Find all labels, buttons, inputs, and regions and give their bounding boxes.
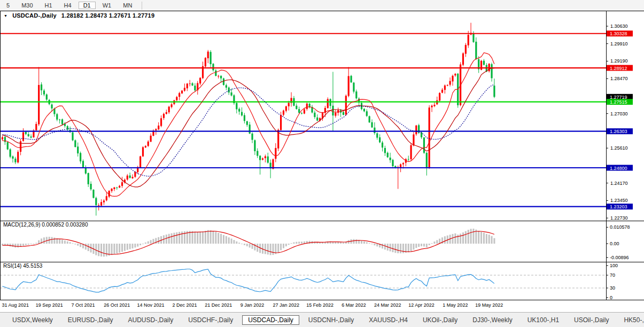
macd-histogram-bar bbox=[124, 244, 126, 251]
symbol-tab-audusd-daily[interactable]: AUDUSD-,Daily bbox=[122, 315, 179, 325]
macd-histogram-bar bbox=[218, 233, 219, 244]
candle-body bbox=[452, 76, 453, 82]
candle-body bbox=[43, 90, 45, 94]
candle-body bbox=[158, 126, 159, 129]
macd-histogram-bar bbox=[28, 244, 29, 245]
candle-body bbox=[189, 83, 191, 84]
macd-histogram-bar bbox=[106, 244, 107, 256]
candle-body bbox=[314, 113, 315, 117]
macd-axis-label: -0.00896 bbox=[610, 255, 629, 260]
candle-body bbox=[88, 173, 89, 184]
macd-histogram-bar bbox=[340, 242, 342, 244]
macd-histogram-bar bbox=[410, 244, 412, 251]
rsi-indicator-label: RSI(14) 45.5153 bbox=[3, 263, 42, 269]
price-tick-label: 1.22730 bbox=[610, 215, 628, 221]
symbol-tab-usdcnh-daily[interactable]: USDCNH-,Daily bbox=[302, 315, 360, 325]
macd-histogram-bar bbox=[288, 244, 290, 245]
candle-body bbox=[251, 134, 253, 140]
candle-body bbox=[46, 95, 48, 100]
candle-body bbox=[20, 141, 21, 152]
symbol-tab-uk100-h1[interactable]: UK100-,H1 bbox=[522, 315, 565, 325]
candle-body bbox=[387, 153, 389, 157]
timeframe-button-W1[interactable]: W1 bbox=[98, 2, 117, 9]
candle-body bbox=[215, 71, 216, 76]
candle-body bbox=[166, 112, 167, 114]
macd-histogram-bar bbox=[376, 244, 378, 246]
candle-body bbox=[275, 148, 276, 159]
macd-histogram-bar bbox=[181, 231, 183, 244]
date-tick-label: 31 Aug 2021 bbox=[2, 302, 29, 308]
candle-body bbox=[145, 146, 146, 147]
trading-platform-window: { "icons": { "dropdown": "▼", "scroll_le… bbox=[0, 0, 644, 327]
symbol-tab-hk50-h1[interactable]: HK50-,H1 bbox=[618, 315, 644, 325]
symbol-tab-ukoil-daily[interactable]: UKOil-,Daily bbox=[417, 315, 463, 325]
macd-histogram-bar bbox=[145, 243, 146, 244]
timeframe-button-5[interactable]: 5 bbox=[2, 2, 14, 9]
timeframe-button-M30[interactable]: M30 bbox=[17, 2, 37, 9]
symbol-tab-usoil-daily[interactable]: USOil-,Daily bbox=[568, 315, 615, 325]
macd-histogram-bar bbox=[267, 244, 269, 254]
candle-body bbox=[199, 78, 201, 84]
macd-histogram-bar bbox=[353, 239, 354, 244]
candle-body bbox=[236, 103, 237, 110]
timeframe-button-H1[interactable]: H1 bbox=[40, 2, 57, 9]
candle-body bbox=[191, 83, 193, 85]
candle-body bbox=[10, 149, 11, 157]
chart-canvas[interactable]: 1.306301.299101.291901.284701.270301.256… bbox=[0, 0, 644, 312]
candle-body bbox=[283, 111, 284, 115]
macd-histogram-bar bbox=[413, 244, 414, 250]
candle-body bbox=[345, 96, 347, 114]
macd-histogram-bar bbox=[433, 242, 435, 244]
svg-text:1.26303: 1.26303 bbox=[610, 129, 627, 134]
symbol-tab-eurusd-daily[interactable]: EURUSD-,Daily bbox=[62, 315, 119, 325]
candle-body bbox=[142, 147, 144, 156]
macd-histogram-bar bbox=[35, 243, 37, 244]
macd-histogram-bar bbox=[343, 243, 344, 244]
macd-histogram-bar bbox=[116, 244, 118, 253]
symbol-tab-xauusd-h4[interactable]: XAUUSD-,H4 bbox=[363, 315, 414, 325]
candle-body bbox=[103, 200, 105, 202]
macd-histogram-bar bbox=[30, 244, 32, 244]
candle-body bbox=[207, 52, 209, 58]
candle-body bbox=[90, 184, 91, 189]
symbol-tab-usdcad-daily[interactable]: USDCAD-,Daily bbox=[242, 315, 299, 325]
candle-body bbox=[14, 159, 16, 162]
macd-axis-label: 0.00 bbox=[610, 241, 619, 246]
macd-histogram-bar bbox=[12, 244, 13, 247]
timeframe-button-H4[interactable]: H4 bbox=[59, 2, 76, 9]
macd-histogram-bar bbox=[223, 235, 224, 244]
svg-text:1.30328: 1.30328 bbox=[610, 31, 627, 36]
macd-histogram-bar bbox=[43, 237, 45, 244]
candle-body bbox=[160, 118, 162, 126]
macd-histogram-bar bbox=[33, 244, 34, 244]
candle-body bbox=[390, 158, 391, 160]
macd-histogram-bar bbox=[171, 233, 173, 244]
macd-histogram-bar bbox=[226, 236, 227, 244]
svg-text:1.28912: 1.28912 bbox=[610, 66, 627, 71]
macd-histogram-bar bbox=[415, 244, 417, 248]
candle-body bbox=[170, 104, 172, 107]
macd-histogram-bar bbox=[426, 244, 428, 247]
candle-body bbox=[223, 79, 224, 85]
macd-histogram-bar bbox=[465, 231, 467, 244]
candle-body bbox=[80, 153, 81, 161]
macd-histogram-bar bbox=[17, 244, 19, 247]
macd-histogram-bar bbox=[394, 244, 396, 253]
symbol-tab-usdchf-daily[interactable]: USDCHF-,Daily bbox=[182, 315, 239, 325]
symbol-dropdown-icon[interactable]: ▼ bbox=[4, 14, 7, 18]
symbol-tab-usdx-weekly[interactable]: USDX,Weekly bbox=[6, 315, 59, 325]
timeframe-button-MN[interactable]: MN bbox=[118, 2, 137, 9]
candle-body bbox=[74, 141, 76, 147]
candle-body bbox=[249, 124, 251, 134]
macd-histogram-bar bbox=[454, 233, 456, 244]
macd-histogram-bar bbox=[392, 244, 394, 252]
timeframe-button-D1[interactable]: D1 bbox=[79, 2, 96, 9]
candle-body bbox=[285, 106, 287, 111]
macd-histogram-bar bbox=[88, 244, 89, 251]
symbol-tab-dj30-weekly[interactable]: DJ30-,Weekly bbox=[467, 315, 518, 325]
candle-body bbox=[355, 91, 357, 98]
candle-body bbox=[400, 165, 401, 168]
price-tick-label: 1.28470 bbox=[610, 76, 628, 81]
candle-body bbox=[429, 107, 430, 167]
macd-histogram-bar bbox=[361, 240, 362, 244]
